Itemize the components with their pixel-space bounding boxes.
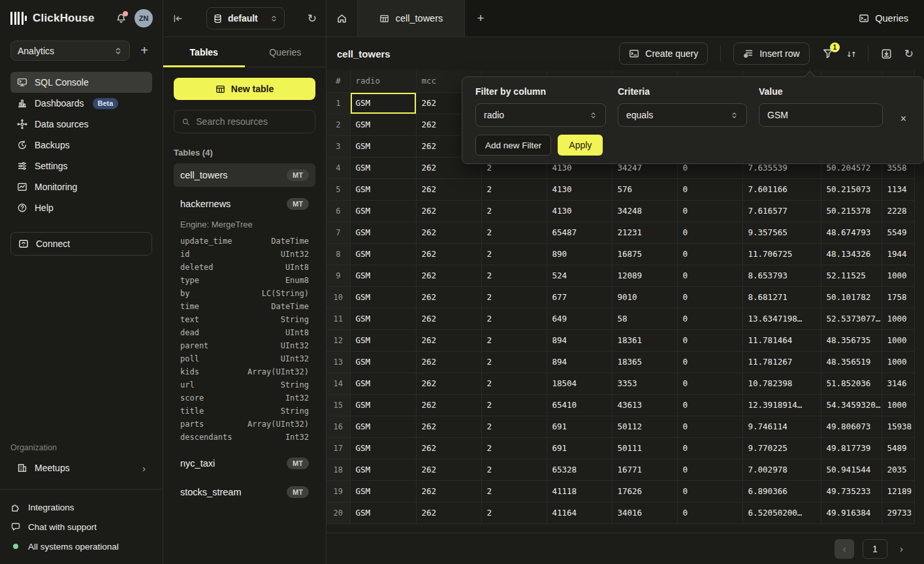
grid-cell[interactable]: 0	[677, 502, 742, 523]
grid-cell[interactable]: 1000	[882, 265, 914, 286]
grid-cell[interactable]: 7.002978	[742, 459, 821, 480]
grid-cell[interactable]: 262	[416, 308, 481, 329]
grid-cell[interactable]: 2	[481, 265, 547, 286]
grid-cell[interactable]: 649	[547, 308, 612, 329]
sidebar-item-meetups[interactable]: Meetups ›	[10, 457, 152, 478]
avatar[interactable]: ZN	[135, 9, 153, 27]
grid-cell[interactable]: 48.134326	[821, 243, 882, 265]
grid-cell[interactable]: 13.6347198…	[742, 308, 821, 329]
grid-cell[interactable]: 52.11525	[821, 265, 882, 286]
chat-support-link[interactable]: Chat with support	[0, 517, 163, 537]
grid-cell[interactable]: 691	[547, 437, 612, 459]
add-workspace-button[interactable]: +	[136, 43, 152, 58]
tab-queries[interactable]: Queries	[245, 37, 327, 67]
grid-cell[interactable]: 17626	[612, 480, 677, 502]
grid-cell[interactable]: 50.215378	[821, 200, 882, 222]
grid-cell[interactable]: 11.781267	[742, 351, 821, 373]
next-page-button[interactable]: ›	[896, 543, 907, 554]
grid-cell[interactable]: 4130	[547, 200, 612, 222]
grid-cell[interactable]: 0	[677, 222, 742, 243]
sort-button[interactable]: ↓↑	[846, 48, 855, 59]
download-button[interactable]	[881, 48, 892, 59]
grid-cell[interactable]: 894	[547, 351, 612, 373]
grid-cell[interactable]: GSM	[350, 135, 416, 157]
grid-cell[interactable]: 51.852036	[821, 373, 882, 394]
grid-cell[interactable]: GSM	[350, 243, 416, 265]
grid-cell[interactable]: 18361	[612, 329, 677, 351]
grid-cell[interactable]: 0	[677, 243, 742, 265]
grid-cell[interactable]: 2	[481, 351, 547, 373]
grid-cell[interactable]: 0	[677, 459, 742, 480]
grid-cell[interactable]: 48.356519	[821, 351, 882, 373]
grid-cell[interactable]: 0	[677, 329, 742, 351]
search-input[interactable]	[196, 116, 308, 127]
grid-cell[interactable]: 2228	[882, 200, 914, 222]
grid-cell[interactable]: 65487	[547, 222, 612, 243]
grid-cell[interactable]: 262	[416, 329, 481, 351]
table-item-stocks-stream[interactable]: stocks_stream MT	[174, 480, 315, 504]
grid-cell[interactable]: 262	[416, 394, 481, 416]
grid-cell[interactable]: 2	[481, 480, 547, 502]
grid-cell[interactable]: 1000	[882, 329, 914, 351]
grid-cell[interactable]: 0	[677, 394, 742, 416]
prev-page-button[interactable]: ‹	[835, 539, 854, 559]
grid-cell[interactable]: 262	[416, 265, 481, 286]
grid-cell[interactable]: 9.746114	[742, 416, 821, 437]
grid-cell[interactable]: 7.616577	[742, 200, 821, 222]
new-table-button[interactable]: New table	[174, 78, 315, 100]
grid-cell[interactable]: 8.681271	[742, 286, 821, 308]
grid-cell[interactable]: 1000	[882, 394, 914, 416]
table-item-nyc-taxi[interactable]: nyc_taxi MT	[174, 452, 315, 475]
queries-button[interactable]: Queries	[843, 0, 924, 37]
grid-cell[interactable]: 50.101782	[821, 286, 882, 308]
grid-header[interactable]: radio	[350, 70, 416, 92]
grid-cell[interactable]: 50.941544	[821, 459, 882, 480]
grid-cell[interactable]: GSM	[350, 222, 416, 243]
grid-cell[interactable]: 262	[416, 243, 481, 265]
sidebar-item-monitoring[interactable]: Monitoring	[10, 176, 152, 197]
grid-cell[interactable]: 0	[677, 351, 742, 373]
grid-cell[interactable]: 49.806073	[821, 416, 882, 437]
grid-cell[interactable]: 2	[481, 437, 547, 459]
grid-cell[interactable]: 49.817739	[821, 437, 882, 459]
grid-cell[interactable]: 18504	[547, 373, 612, 394]
grid-cell[interactable]: 1758	[882, 286, 914, 308]
grid-cell[interactable]: 2	[481, 416, 547, 437]
grid-cell[interactable]: 11.706725	[742, 243, 821, 265]
filter-column-select[interactable]: radio	[475, 103, 606, 127]
grid-cell[interactable]: GSM	[350, 373, 416, 394]
grid-cell[interactable]: GSM	[350, 329, 416, 351]
integrations-link[interactable]: Integrations	[0, 497, 163, 517]
grid-cell[interactable]: 0	[677, 200, 742, 222]
table-item-hackernews[interactable]: hackernews MT	[174, 192, 315, 216]
grid-cell[interactable]: GSM	[350, 92, 416, 114]
grid-cell[interactable]: 262	[416, 459, 481, 480]
grid-cell[interactable]: 2	[481, 308, 547, 329]
grid-cell[interactable]: 890	[547, 243, 612, 265]
grid-cell[interactable]: GSM	[350, 265, 416, 286]
grid-cell[interactable]: 41164	[547, 502, 612, 523]
grid-cell[interactable]: 49.735233	[821, 480, 882, 502]
grid-cell[interactable]: 262	[416, 286, 481, 308]
grid-cell[interactable]: 7.601166	[742, 178, 821, 200]
grid-cell[interactable]: 262	[416, 416, 481, 437]
grid-cell[interactable]: 262	[416, 222, 481, 243]
grid-cell[interactable]: 262	[416, 480, 481, 502]
grid-cell[interactable]: 262	[416, 502, 481, 523]
grid-cell[interactable]: 677	[547, 286, 612, 308]
search-resources[interactable]	[174, 110, 315, 133]
grid-cell[interactable]: 65328	[547, 459, 612, 480]
grid-cell[interactable]: 262	[416, 373, 481, 394]
grid-cell[interactable]: GSM	[350, 114, 416, 135]
filter-value-input[interactable]	[767, 110, 874, 120]
grid-cell[interactable]: 29733	[882, 502, 914, 523]
grid-cell[interactable]: 8.653793	[742, 265, 821, 286]
sidebar-item-dashboards[interactable]: Dashboards Beta	[10, 93, 152, 114]
grid-cell[interactable]: 34248	[612, 200, 677, 222]
grid-cell[interactable]: 48.674793	[821, 222, 882, 243]
grid-cell[interactable]: 576	[612, 178, 677, 200]
grid-cell[interactable]: 2	[481, 502, 547, 523]
grid-cell[interactable]: 50.215073	[821, 178, 882, 200]
grid-cell[interactable]: 3146	[882, 373, 914, 394]
sidebar-item-sql-console[interactable]: SQL Console	[10, 72, 152, 93]
